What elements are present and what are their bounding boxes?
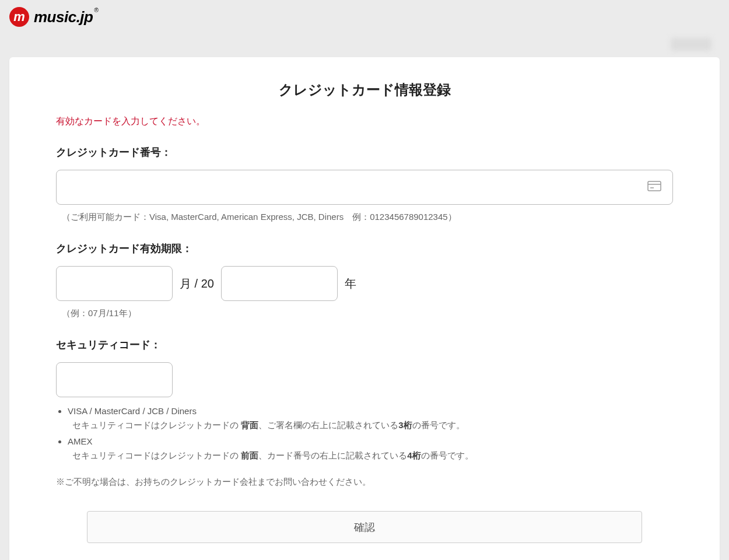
logo[interactable]: m music.jp ®	[9, 7, 97, 27]
confirm-button[interactable]: 確認	[87, 511, 642, 543]
credit-card-icon	[647, 181, 661, 194]
security-info-item: AMEX セキュリティコードはクレジットカードの 前面、カード番号の右上に記載さ…	[68, 435, 673, 463]
cc-number-input[interactable]	[56, 170, 673, 205]
security-info-item: VISA / MasterCard / JCB / Diners セキュリティコ…	[68, 404, 673, 432]
logo-registered: ®	[94, 7, 98, 13]
expiry-month-input[interactable]	[56, 266, 173, 301]
form-card: クレジットカード情報登録 有効なカードを入力してください。 クレジットカード番号…	[9, 57, 720, 560]
security-info-list: VISA / MasterCard / JCB / Diners セキュリティコ…	[56, 404, 673, 463]
security-desc: セキュリティコードはクレジットカードの 背面、ご署名欄の右上に記載されている3桁…	[68, 418, 673, 432]
blurred-area	[671, 38, 712, 51]
expiry-hint: （例：07月/11年）	[56, 308, 673, 319]
cc-number-wrap	[56, 170, 673, 205]
logo-text: music.jp	[34, 8, 93, 26]
cc-number-label: クレジットカード番号：	[56, 145, 673, 159]
error-message: 有効なカードを入力してください。	[56, 116, 673, 128]
expiry-year-input[interactable]	[221, 266, 338, 301]
cc-number-hint: （ご利用可能カード：Visa, MasterCard, American Exp…	[56, 212, 673, 223]
security-code-input[interactable]	[56, 362, 173, 397]
expiry-year-suffix: 年	[345, 276, 356, 292]
security-note: ※ご不明な場合は、お持ちのクレジットカード会社までお問い合わせください。	[56, 477, 673, 488]
header: m music.jp ®	[0, 0, 729, 34]
security-card-type: VISA / MasterCard / JCB / Diners	[68, 406, 197, 416]
expiry-month-suffix: 月 / 20	[180, 276, 214, 292]
expiry-row: 月 / 20 年	[56, 266, 673, 301]
security-label: セキュリティコード：	[56, 338, 673, 352]
svg-rect-0	[648, 181, 661, 191]
expiry-label: クレジットカード有効期限：	[56, 242, 673, 256]
logo-mark: m	[9, 7, 29, 27]
security-card-type: AMEX	[68, 436, 93, 446]
page-title: クレジットカード情報登録	[56, 80, 673, 99]
security-desc: セキュリティコードはクレジットカードの 前面、カード番号の右上に記載されている4…	[68, 449, 673, 463]
